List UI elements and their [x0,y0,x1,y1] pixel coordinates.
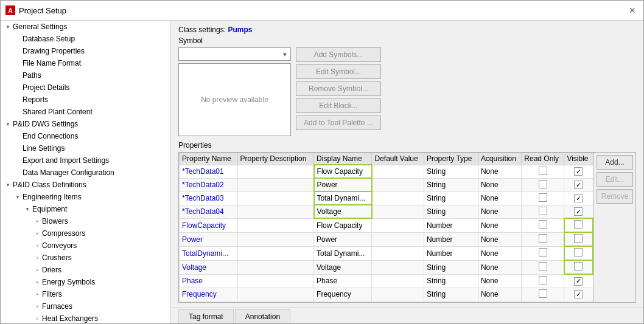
add-to-tool-palette-button[interactable]: Add to Tool Palette ... [296,115,381,130]
visible-cell[interactable] [564,191,593,205]
table-header-row: Property Name Property Description Displ… [180,153,593,165]
acquisition-cell: None [478,288,521,301]
table-row[interactable]: *TechData03Total Dynami...StringNone [180,191,593,205]
visible-cell[interactable] [564,232,593,246]
read-only-cell[interactable] [522,165,564,178]
tree-item-shared-plant-content[interactable]: Shared Plant Content [1,106,170,118]
read-only-checkbox[interactable] [539,207,547,215]
read-only-checkbox[interactable] [539,262,547,271]
visible-cell[interactable] [564,178,593,191]
visible-checkbox[interactable] [574,290,583,298]
tree-item-pid-dwg-settings[interactable]: ▼P&ID DWG Settings [1,118,170,130]
visible-cell[interactable] [564,205,593,218]
tree-item-line-settings[interactable]: Line Settings [1,142,170,154]
tree-item-project-details[interactable]: Project Details [1,81,170,94]
read-only-cell[interactable] [522,260,564,274]
tree-item-data-manager-config[interactable]: Data Manager Configuration [1,167,170,179]
visible-cell[interactable] [564,165,593,178]
read-only-checkbox[interactable] [539,167,547,175]
visible-cell[interactable] [564,260,593,274]
tree-item-reports[interactable]: Reports [1,94,170,106]
tree-item-filters[interactable]: +Filters [1,288,170,300]
table-row[interactable]: *TechData01Flow CapacityStringNone [180,165,593,178]
visible-checkbox[interactable] [574,194,583,202]
read-only-checkbox[interactable] [539,180,547,188]
table-row[interactable]: VoltageVoltageStringNone [180,260,593,274]
table-row[interactable]: FlowCapacityFlow CapacityNumberNone [180,218,593,232]
tree-item-database-setup[interactable]: Database Setup [1,33,170,45]
read-only-cell[interactable] [522,288,564,301]
tree-item-energy-symbols[interactable]: +Energy Symbols [1,276,170,288]
tree-item-label: Compressors [42,229,170,238]
tree-item-equipment[interactable]: ▼Equipment [1,203,170,215]
edit-property-button[interactable]: Edit... [597,172,633,187]
table-row[interactable]: FrequencyFrequencyStringNone [180,288,593,301]
tree-item-blowers[interactable]: +Blowers [1,215,170,227]
table-row[interactable]: PowerPowerNumberNone [180,232,593,246]
read-only-checkbox[interactable] [539,276,547,284]
tree-item-paths[interactable]: Paths [1,69,170,81]
table-row[interactable]: *TechData04VoltageStringNone [180,205,593,218]
visible-checkbox[interactable] [574,181,583,189]
tree-item-drawing-properties[interactable]: Drawing Properties [1,45,170,57]
table-row[interactable]: *TechData02PowerStringNone [180,178,593,191]
tree-item-export-import-settings[interactable]: Export and Import Settings [1,154,170,167]
tree-item-furnaces[interactable]: +Furnaces [1,300,170,312]
read-only-checkbox[interactable] [539,220,547,229]
visible-checkbox[interactable] [574,248,583,257]
tree-item-crushers[interactable]: +Crushers [1,252,170,264]
read-only-cell[interactable] [522,218,564,232]
visible-cell[interactable] [564,218,593,232]
edit-block-button[interactable]: Edit Block... [296,98,381,113]
tag-format-tab[interactable]: Tag format [178,309,234,323]
tree-scroll[interactable]: ▼General SettingsDatabase SetupDrawing P… [1,21,170,323]
col-prop-name: Property Name [180,153,238,165]
remove-symbol-button[interactable]: Remove Symbol... [296,81,381,96]
visible-checkbox[interactable] [574,277,583,286]
read-only-checkbox[interactable] [539,289,547,298]
visible-cell[interactable] [564,288,593,301]
read-only-cell[interactable] [522,301,564,302]
read-only-cell[interactable] [522,274,564,288]
tree-item-engineering-items[interactable]: ▼Engineering Items [1,191,170,203]
read-only-cell[interactable] [522,205,564,218]
tree-item-driers[interactable]: +Driers [1,264,170,276]
tree-item-heat-exchangers[interactable]: +Heat Exchangers [1,312,170,323]
tree-item-general-settings[interactable]: ▼General Settings [1,21,170,33]
tree-item-conveyors[interactable]: +Conveyors [1,240,170,252]
visible-checkbox[interactable] [574,234,583,243]
table-row[interactable]: PhasePhaseStringNone [180,274,593,288]
visible-cell[interactable] [564,246,593,260]
expand-icon: + [32,265,42,275]
tree-item-end-connections[interactable]: End Connections [1,130,170,142]
add-symbols-button[interactable]: Add Symbols... [296,47,381,62]
symbol-dropdown[interactable]: ▼ [178,47,291,61]
visible-checkbox[interactable] [574,167,583,176]
tree-item-pid-class-definitions[interactable]: ▼P&ID Class Definitions [1,179,170,191]
remove-property-button[interactable]: Remove [597,189,633,204]
visible-checkbox[interactable] [574,220,583,229]
table-row[interactable]: TotalDynami...Total Dynami...NumberNone [180,246,593,260]
tree-item-compressors[interactable]: +Compressors [1,227,170,240]
read-only-checkbox[interactable] [539,193,547,202]
visible-checkbox[interactable] [574,207,583,216]
read-only-cell[interactable] [522,191,564,205]
read-only-checkbox[interactable] [539,234,547,243]
read-only-cell[interactable] [522,232,564,246]
annotation-tab[interactable]: Annotation [235,309,290,323]
visible-cell[interactable] [564,301,593,302]
read-only-checkbox[interactable] [539,248,547,257]
add-property-button[interactable]: Add... [597,155,633,170]
close-button[interactable]: ✕ [626,4,639,16]
display-name-cell: Flow Capacity [314,165,372,178]
edit-symbol-button[interactable]: Edit Symbol... [296,64,381,79]
chevron-down-icon: ▼ [282,51,288,58]
tree-item-file-name-format[interactable]: File Name Format [1,57,170,69]
read-only-cell[interactable] [522,246,564,260]
no-expander [13,71,23,80]
visible-checkbox[interactable] [574,262,583,271]
read-only-cell[interactable] [522,178,564,191]
visible-cell[interactable] [564,274,593,288]
table-row[interactable]: InsulationTypeInsulation TypeListNone [180,301,593,302]
props-table-wrap[interactable]: Property Name Property Description Displ… [179,153,593,302]
